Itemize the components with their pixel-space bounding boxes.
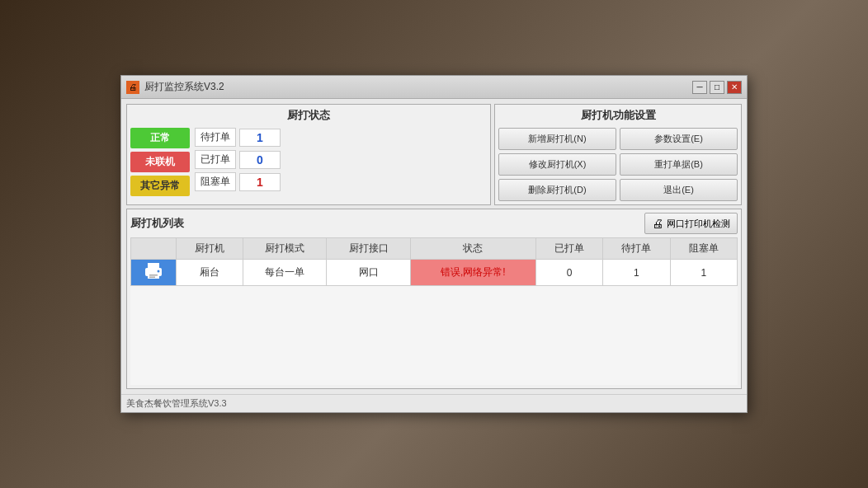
status-badge-normal: 正常	[130, 128, 190, 148]
table-row: 厢台 每台一单 网口 错误,网络异常! 0 1 1	[131, 260, 738, 286]
col-name: 厨打机	[176, 238, 243, 260]
window-content: 厨打状态 正常 未联机 其它异常 待打单 1 已打单	[121, 99, 747, 394]
count-row-pending: 待打单 1	[195, 128, 487, 147]
top-section: 厨打状态 正常 未联机 其它异常 待打单 1 已打单	[126, 104, 742, 205]
printer-status: 错误,网络异常!	[410, 260, 535, 286]
footer-text: 美食杰餐饮管理系统V3.3	[126, 398, 227, 408]
count-label-printed: 已打单	[195, 150, 236, 169]
count-value-pending: 1	[239, 129, 281, 147]
svg-rect-1	[148, 263, 159, 268]
status-badge-offline: 未联机	[130, 152, 190, 172]
col-printed: 已打单	[535, 238, 602, 260]
close-button[interactable]: ✕	[727, 81, 742, 94]
printer-interface: 网口	[327, 260, 410, 286]
count-label-pending: 待打单	[195, 128, 236, 147]
printer-mode: 每台一单	[243, 260, 327, 286]
settings-grid: 新增厨打机(N) 参数设置(E) 修改厨打机(X) 重打单据(B) 删除厨打机(…	[498, 128, 738, 201]
main-window: 🖨 厨打监控系统V3.2 ─ □ ✕ 厨打状态 正常 未联机 其它异常	[120, 75, 748, 413]
svg-rect-3	[149, 274, 158, 276]
status-badges: 正常 未联机 其它异常	[130, 128, 190, 196]
svg-point-5	[157, 270, 159, 273]
svg-rect-4	[149, 277, 155, 279]
status-badge-other: 其它异常	[130, 176, 190, 196]
col-blocked: 阻塞单	[670, 238, 737, 260]
empty-area	[130, 286, 738, 385]
minimize-button[interactable]: ─	[692, 81, 707, 94]
col-icon	[131, 238, 177, 260]
printer-blocked: 1	[670, 260, 737, 286]
col-interface: 厨打接口	[327, 238, 410, 260]
col-status: 状态	[410, 238, 535, 260]
add-printer-button[interactable]: 新增厨打机(N)	[498, 128, 616, 150]
window-controls: ─ □ ✕	[692, 81, 742, 94]
list-header: 厨打机列表 🖨 网口打印机检测	[130, 213, 738, 234]
detect-btn-label: 网口打印机检测	[667, 218, 730, 230]
delete-printer-button[interactable]: 删除厨打机(D)	[498, 179, 616, 201]
printer-pending: 1	[603, 260, 670, 286]
count-row-printed: 已打单 0	[195, 150, 487, 169]
window-title: 厨打监控系统V3.2	[144, 80, 692, 94]
maximize-button[interactable]: □	[710, 81, 724, 94]
status-content: 正常 未联机 其它异常 待打单 1 已打单 0	[130, 128, 487, 196]
reprint-button[interactable]: 重打单据(B)	[620, 153, 738, 176]
list-panel: 厨打机列表 🖨 网口打印机检测 厨打机 厨打模式 厨打接口 状态 已打单 待打单	[126, 209, 742, 389]
count-label-blocked: 阻塞单	[195, 172, 236, 191]
printer-icon-cell	[131, 260, 177, 286]
window-footer: 美食杰餐饮管理系统V3.3	[121, 394, 747, 412]
settings-panel: 厨打机功能设置 新增厨打机(N) 参数设置(E) 修改厨打机(X) 重打单据(B…	[494, 104, 742, 205]
printer-name: 厢台	[176, 260, 243, 286]
detect-network-button[interactable]: 🖨 网口打印机检测	[644, 213, 738, 234]
status-panel-title: 厨打状态	[130, 108, 487, 123]
count-row-blocked: 阻塞单 1	[195, 172, 487, 191]
count-value-printed: 0	[239, 151, 281, 169]
col-pending: 待打单	[603, 238, 670, 260]
title-bar: 🖨 厨打监控系统V3.2 ─ □ ✕	[121, 76, 747, 99]
printer-printed: 0	[535, 260, 602, 286]
col-mode: 厨打模式	[243, 238, 327, 260]
settings-panel-title: 厨打机功能设置	[498, 108, 738, 123]
counts-grid: 待打单 1 已打单 0 阻塞单 1	[195, 128, 487, 196]
edit-printer-button[interactable]: 修改厨打机(X)	[498, 153, 616, 176]
status-panel: 厨打状态 正常 未联机 其它异常 待打单 1 已打单	[126, 104, 491, 205]
app-icon: 🖨	[126, 81, 139, 94]
params-button[interactable]: 参数设置(E)	[620, 128, 738, 150]
printer-icon	[144, 263, 163, 279]
count-value-blocked: 1	[239, 173, 281, 191]
exit-button[interactable]: 退出(E)	[620, 179, 738, 201]
list-panel-title: 厨打机列表	[130, 216, 184, 231]
table-header-row: 厨打机 厨打模式 厨打接口 状态 已打单 待打单 阻塞单	[131, 238, 738, 260]
printer-table: 厨打机 厨打模式 厨打接口 状态 已打单 待打单 阻塞单	[130, 237, 738, 286]
network-printer-icon: 🖨	[652, 217, 663, 230]
